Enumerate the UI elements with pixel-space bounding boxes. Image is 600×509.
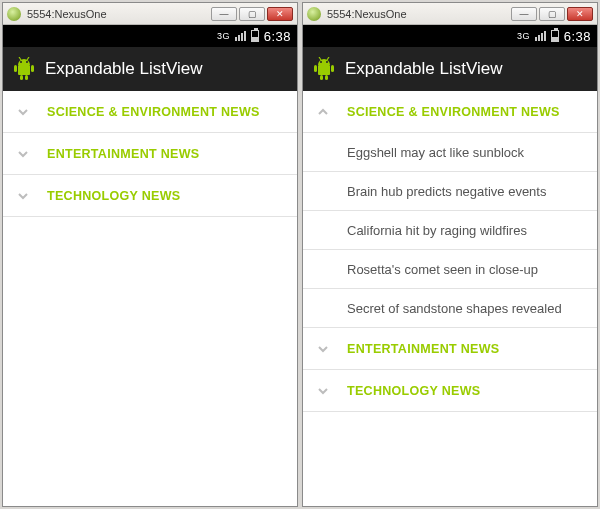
emulator-window-right: 5554:NexusOne — ▢ ✕ 3G 6:38 Expandable L… — [302, 2, 598, 507]
svg-point-14 — [320, 61, 322, 63]
battery-icon — [551, 30, 559, 42]
group-label: ENTERTAINMENT NEWS — [47, 147, 199, 161]
group-header[interactable]: SCIENCE & ENVIRONMENT NEWS — [3, 91, 297, 133]
chevron-down-icon — [317, 343, 331, 355]
action-bar: Expandable ListView — [3, 47, 297, 91]
group-label: ENTERTAINMENT NEWS — [347, 342, 499, 356]
group-header[interactable]: ENTERTAINMENT NEWS — [3, 133, 297, 175]
signal-bars-icon — [535, 31, 546, 41]
android-statusbar: 3G 6:38 — [303, 25, 597, 47]
svg-rect-12 — [320, 75, 323, 80]
list-item[interactable]: Brain hub predicts negative events — [303, 172, 597, 211]
window-minimize-button[interactable]: — — [211, 7, 237, 21]
svg-point-15 — [326, 61, 328, 63]
group-header[interactable]: ENTERTAINMENT NEWS — [303, 328, 597, 370]
list-item[interactable]: Rosetta's comet seen in close-up — [303, 250, 597, 289]
android-robot-icon — [13, 57, 35, 81]
group-label: SCIENCE & ENVIRONMENT NEWS — [47, 105, 260, 119]
list-item-label: Rosetta's comet seen in close-up — [347, 262, 538, 277]
app-title: Expandable ListView — [45, 59, 203, 79]
chevron-down-icon — [17, 148, 31, 160]
group-label: SCIENCE & ENVIRONMENT NEWS — [347, 105, 560, 119]
device-screen: 3G 6:38 Expandable ListView SCIENCE & EN… — [3, 25, 297, 506]
svg-rect-0 — [18, 65, 30, 75]
svg-rect-1 — [14, 65, 17, 72]
svg-rect-11 — [331, 65, 334, 72]
list-item[interactable]: Eggshell may act like sunblock — [303, 133, 597, 172]
action-bar: Expandable ListView — [303, 47, 597, 91]
chevron-down-icon — [17, 106, 31, 118]
svg-rect-13 — [325, 75, 328, 80]
android-robot-icon — [313, 57, 335, 81]
list-item-label: Secret of sandstone shapes revealed — [347, 301, 562, 316]
group-label: TECHNOLOGY NEWS — [347, 384, 480, 398]
svg-line-16 — [319, 57, 321, 60]
svg-line-17 — [327, 57, 329, 60]
android-statusbar: 3G 6:38 — [3, 25, 297, 47]
svg-point-5 — [20, 61, 22, 63]
svg-line-8 — [27, 57, 29, 60]
window-close-button[interactable]: ✕ — [567, 7, 593, 21]
group-label: TECHNOLOGY NEWS — [47, 189, 180, 203]
list-item-label: California hit by raging wildfires — [347, 223, 527, 238]
window-maximize-button[interactable]: ▢ — [539, 7, 565, 21]
window-titlebar: 5554:NexusOne — ▢ ✕ — [3, 3, 297, 25]
emulator-app-icon — [7, 7, 21, 21]
emulator-window-left: 5554:NexusOne — ▢ ✕ 3G 6:38 Expandable L… — [2, 2, 298, 507]
chevron-down-icon — [317, 385, 331, 397]
list-item-label: Brain hub predicts negative events — [347, 184, 546, 199]
svg-rect-4 — [25, 75, 28, 80]
clock: 6:38 — [264, 29, 291, 44]
window-close-button[interactable]: ✕ — [267, 7, 293, 21]
window-titlebar: 5554:NexusOne — ▢ ✕ — [303, 3, 597, 25]
expandable-list[interactable]: SCIENCE & ENVIRONMENT NEWS ENTERTAINMENT… — [3, 91, 297, 506]
group-header[interactable]: SCIENCE & ENVIRONMENT NEWS — [303, 91, 597, 133]
window-maximize-button[interactable]: ▢ — [239, 7, 265, 21]
list-item-label: Eggshell may act like sunblock — [347, 145, 524, 160]
chevron-up-icon — [317, 106, 331, 118]
group-header[interactable]: TECHNOLOGY NEWS — [303, 370, 597, 412]
svg-rect-2 — [31, 65, 34, 72]
svg-point-6 — [26, 61, 28, 63]
svg-rect-9 — [318, 65, 330, 75]
window-title: 5554:NexusOne — [327, 8, 509, 20]
emulator-app-icon — [307, 7, 321, 21]
network-type: 3G — [217, 31, 230, 41]
svg-rect-10 — [314, 65, 317, 72]
device-screen: 3G 6:38 Expandable ListView SCIENCE & EN… — [303, 25, 597, 506]
signal-bars-icon — [235, 31, 246, 41]
app-title: Expandable ListView — [345, 59, 503, 79]
clock: 6:38 — [564, 29, 591, 44]
svg-rect-3 — [20, 75, 23, 80]
window-minimize-button[interactable]: — — [511, 7, 537, 21]
network-type: 3G — [517, 31, 530, 41]
battery-icon — [251, 30, 259, 42]
window-title: 5554:NexusOne — [27, 8, 209, 20]
group-header[interactable]: TECHNOLOGY NEWS — [3, 175, 297, 217]
list-item[interactable]: California hit by raging wildfires — [303, 211, 597, 250]
chevron-down-icon — [17, 190, 31, 202]
list-item[interactable]: Secret of sandstone shapes revealed — [303, 289, 597, 328]
svg-line-7 — [19, 57, 21, 60]
expandable-list[interactable]: SCIENCE & ENVIRONMENT NEWS Eggshell may … — [303, 91, 597, 506]
